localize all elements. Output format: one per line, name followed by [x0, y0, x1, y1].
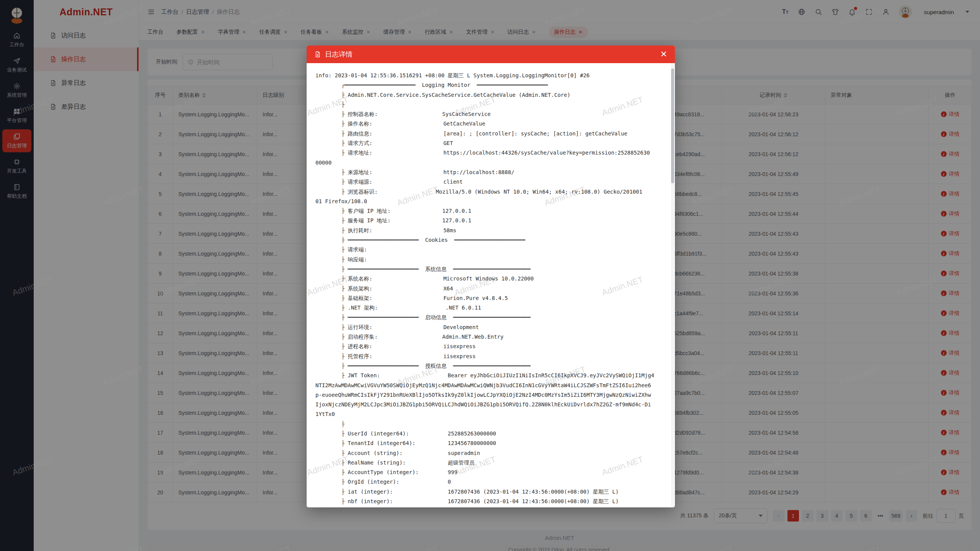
log-line: ├ ━━━━━━━━━━━━━━━━━━━━━━ 系统信息 ━━━━━━━━━━…: [315, 264, 663, 274]
dialog-body: info: 2023-01-04 12:55:36.1516291 +08:00…: [307, 63, 675, 507]
log-line: ├ 响应端:: [315, 255, 663, 264]
log-line: ├ nbf (integer): 1672807436 (2023-01-04 …: [315, 497, 663, 506]
log-line: ├ 启动程序集: Admin.NET.Web.Entry: [315, 332, 663, 342]
log-line: ├ 客户端 IP 地址: 127.0.0.1: [315, 206, 663, 216]
close-icon[interactable]: ✕: [660, 50, 667, 59]
log-line: ├ TenantId (integer64): 123456780000000: [315, 439, 663, 448]
log-line: 1YtTx0: [315, 409, 663, 419]
scrollbar-track[interactable]: [671, 63, 674, 507]
log-line: ├ Admin.NET.Core.Service.SysCacheService…: [315, 90, 663, 100]
log-line: ├ 系统名称: Microsoft Windows 10.0.22000: [315, 274, 663, 284]
log-line: ├ 基础框架: Furion.Pure v4.8.4.5: [315, 293, 663, 303]
log-line: ├ ━━━━━━━━━━━━━━━━━━━━━━ Cookies ━━━━━━━…: [315, 235, 663, 245]
log-line: ├ 路由信息: [area]: ; [controller]: sysCache…: [315, 129, 663, 139]
log-line: ├ 服务端 IP 地址: 127.0.0.1: [315, 216, 663, 225]
scrollbar-thumb[interactable]: [671, 68, 674, 183]
dialog-title: 日志详情: [325, 50, 353, 59]
dialog-header: 日志详情 ✕: [307, 46, 675, 63]
log-line: IjoxNjczNDEyMjM2LCJpc3MiOiJBZG1pbi5ORVQi…: [315, 400, 663, 409]
log-line: ├ ━━━━━━━━━━━━━━━━━━━━━━ 授权信息 ━━━━━━━━━━…: [315, 361, 663, 371]
log-line: ├ .NET 架构: .NET 6.0.11: [315, 303, 663, 313]
log-line: ├ 请求端:: [315, 245, 663, 254]
log-line: ├: [315, 419, 663, 429]
log-line: ├ 进程名称: iisexpress: [315, 342, 663, 351]
log-line: ├ 浏览器标识: Mozilla/5.0 (Windows NT 10.0; W…: [315, 187, 663, 197]
log-line: ├ 操作名称: GetCacheValue: [315, 119, 663, 129]
log-line: ├ 请求方式: GET: [315, 139, 663, 148]
log-line: ├ 托管程序: iisexpress: [315, 352, 663, 361]
log-line: ├ 请求地址: https://localhost:44326/sysCache…: [315, 148, 663, 158]
log-line: ├ AccountType (integer): 999: [315, 468, 663, 477]
log-line: ├ 来源地址: http://localhost:8888/: [315, 168, 663, 177]
log-line: ├ exp (integer): 1673412236 (2023-01-11 …: [315, 506, 663, 507]
log-line: ├: [315, 100, 663, 109]
log-line: ├ 控制器名称: SysCacheService: [315, 109, 663, 119]
log-detail-dialog: 日志详情 ✕ info: 2023-01-04 12:55:36.1516291…: [307, 46, 675, 507]
document-icon: [314, 51, 321, 58]
log-line: 01 Firefox/108.0: [315, 197, 663, 206]
log-line: ├ iat (integer): 1672807436 (2023-01-04 …: [315, 487, 663, 497]
log-line: ├ 请求端源: client: [315, 177, 663, 187]
log-line: ├ JWT Token: Bearer eyJhbGciOiJIUzI1NiIs…: [315, 371, 663, 380]
log-content: info: 2023-01-04 12:55:36.1516291 +08:00…: [315, 71, 663, 507]
log-line: info: 2023-01-04 12:55:36.1516291 +08:00…: [315, 71, 663, 80]
log-line: ├ ━━━━━━━━━━━━━━━━━━━━━━ 启动信息 ━━━━━━━━━━…: [315, 313, 663, 322]
log-line: ├ UserId (integer64): 252885263000000: [315, 429, 663, 439]
log-line: ┌━━━━━━━━━━━━━━━━━━━━━━ Logging Monitor …: [315, 80, 663, 90]
log-line: ├ 运行环境: Development: [315, 323, 663, 332]
log-line: p-euoeeQhuWRmCIsIkFjY291bnRUeXBlIjo5OTks…: [315, 390, 663, 400]
log-line: ├ 系统架构: X64: [315, 284, 663, 293]
log-line: ├ 执行耗时: 58ms: [315, 226, 663, 235]
log-line: NTI2MzAwMDAwMCwiVGVuYW50SWQiOjEyMzQ1Njc4…: [315, 381, 663, 390]
log-line: ├ Account (string): superadmin: [315, 448, 663, 458]
log-line: ├ RealName (string): 超级管理员: [315, 458, 663, 468]
log-line: 00000: [315, 158, 663, 168]
log-line: ├ OrgId (integer): 0: [315, 477, 663, 487]
